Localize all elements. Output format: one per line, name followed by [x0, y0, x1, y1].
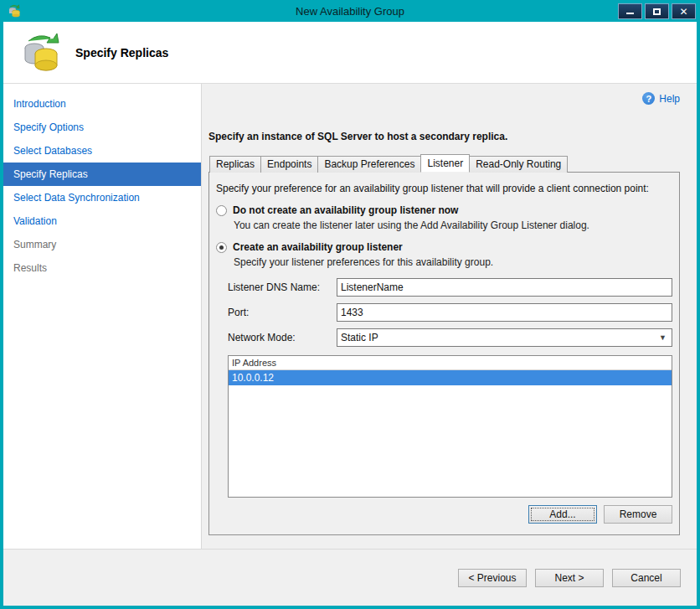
listener-tab-panel: Specify your preference for an availabil…: [208, 172, 680, 535]
sidebar-item-specify-replicas[interactable]: Specify Replicas: [3, 163, 201, 186]
tab-listener[interactable]: Listener: [420, 154, 470, 173]
radio-no-listener-label[interactable]: Do not create an availability group list…: [233, 204, 458, 216]
close-button[interactable]: ✕: [672, 3, 696, 19]
wizard-footer: < Previous Next > Cancel: [3, 549, 697, 606]
tab-read-only-routing[interactable]: Read-Only Routing: [469, 156, 568, 173]
network-mode-select[interactable]: Static IP ▼: [337, 328, 672, 347]
window-icon[interactable]: [8, 4, 21, 18]
radio-no-listener[interactable]: Do not create an availability group list…: [216, 204, 672, 216]
ip-address-list: IP Address 10.0.0.12: [228, 355, 672, 498]
dns-name-input[interactable]: [337, 278, 672, 297]
title-bar: New Availability Group ✕: [0, 0, 700, 22]
sidebar-item-select-data-synchronization[interactable]: Select Data Synchronization: [3, 186, 201, 209]
sidebar-item-validation[interactable]: Validation: [3, 209, 201, 233]
radio-create-listener-label[interactable]: Create an availability group listener: [233, 241, 403, 253]
radio-create-listener-icon[interactable]: [216, 242, 227, 253]
tab-strip: Replicas Endpoints Backup Preferences Li…: [208, 154, 680, 173]
network-mode-value: Static IP: [341, 332, 378, 343]
wizard-header: Specify Replicas: [3, 22, 697, 84]
sidebar-item-summary: Summary: [3, 233, 201, 256]
tab-backup-preferences[interactable]: Backup Preferences: [317, 156, 421, 173]
port-input[interactable]: [337, 303, 672, 322]
next-button[interactable]: Next >: [535, 569, 604, 587]
radio-no-listener-icon[interactable]: [216, 205, 227, 216]
instruction-text: Specify an instance of SQL Server to hos…: [208, 131, 680, 142]
dns-name-label: Listener DNS Name:: [228, 281, 337, 293]
radio-no-listener-description: You can create the listener later using …: [234, 219, 672, 231]
remove-button[interactable]: Remove: [604, 505, 672, 524]
port-label: Port:: [228, 307, 337, 318]
radio-create-listener-description: Specify your listener preferences for th…: [234, 256, 672, 268]
sidebar-item-specify-options[interactable]: Specify Options: [3, 116, 201, 139]
tab-endpoints[interactable]: Endpoints: [260, 156, 318, 173]
help-label: Help: [659, 93, 680, 105]
ip-address-column-header[interactable]: IP Address: [229, 356, 672, 370]
minimize-icon: [626, 13, 634, 14]
maximize-icon: [653, 8, 661, 15]
close-icon: ✕: [679, 7, 687, 17]
chevron-down-icon: ▼: [659, 333, 668, 342]
help-icon: ?: [642, 92, 655, 105]
wizard-steps-sidebar: Introduction Specify Options Select Data…: [3, 84, 202, 549]
cancel-button[interactable]: Cancel: [612, 569, 681, 587]
previous-button[interactable]: < Previous: [458, 569, 527, 587]
listener-intro-text: Specify your preference for an availabil…: [216, 183, 672, 194]
list-item-ip-address[interactable]: 10.0.0.12: [229, 370, 672, 385]
help-link[interactable]: ? Help: [642, 92, 680, 105]
tab-replicas[interactable]: Replicas: [209, 156, 261, 173]
page-title: Specify Replicas: [75, 46, 168, 59]
network-mode-label: Network Mode:: [228, 332, 337, 343]
minimize-button[interactable]: [618, 3, 642, 19]
main-panel: ? Help Specify an instance of SQL Server…: [202, 84, 697, 549]
maximize-button[interactable]: [645, 3, 669, 19]
sidebar-item-results: Results: [3, 256, 201, 280]
sidebar-item-introduction[interactable]: Introduction: [3, 92, 201, 116]
dialog-window: New Availability Group ✕ Specify Replica…: [0, 0, 700, 609]
add-button[interactable]: Add...: [528, 505, 597, 524]
availability-group-icon: [22, 33, 62, 73]
sidebar-item-select-databases[interactable]: Select Databases: [3, 139, 201, 163]
window-title: New Availability Group: [0, 5, 700, 18]
radio-create-listener[interactable]: Create an availability group listener: [216, 241, 672, 253]
